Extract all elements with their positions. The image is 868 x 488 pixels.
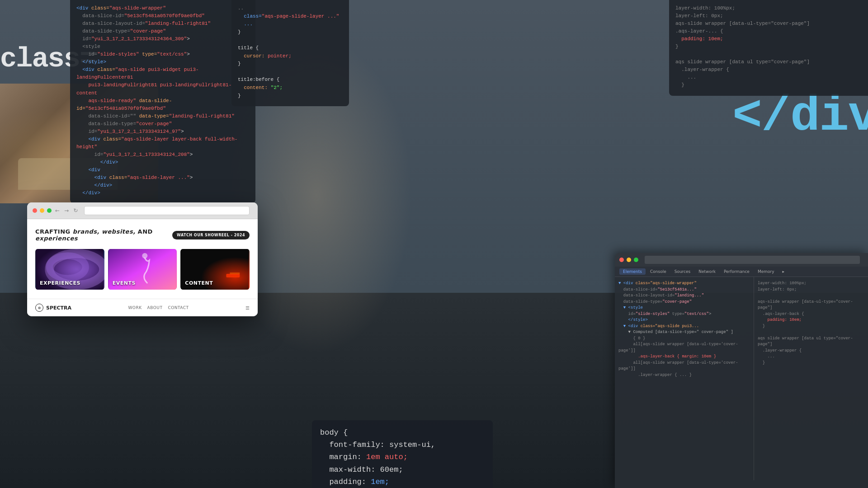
- url-bar[interactable]: [84, 206, 250, 215]
- code-content-tc: .. class="aqs-page-slide-layer ..." ... …: [238, 5, 343, 100]
- devtools-maximize-dot[interactable]: [634, 258, 638, 262]
- reload-button[interactable]: ↻: [72, 207, 79, 214]
- code-panel-top-left: <div class="aqs-slide-wrapper" data-slic…: [70, 0, 255, 203]
- browser-hero: CRAFTING brands, websites, AND experienc…: [35, 228, 250, 242]
- footer-logo: ⊙ SPECTRA: [35, 304, 71, 312]
- code-panel-top-center: .. class="aqs-page-slide-layer ..." ... …: [231, 0, 349, 106]
- devtools-close-dot[interactable]: [619, 258, 624, 262]
- card-content-label: CONTENT: [185, 280, 213, 286]
- svg-point-5: [142, 253, 147, 258]
- code-content-tl: <div class="aqs-slide-wrapper" data-slic…: [76, 5, 249, 197]
- svg-point-3: [49, 256, 85, 278]
- code-panel-top-right: layer-width: 100%px; layer-left: 0px; aq…: [669, 0, 868, 96]
- devtools-panel: Elements Console Sources Network Perform…: [615, 253, 868, 488]
- browser-cards-container: EXPERIENCES: [35, 249, 250, 290]
- css-line-2: font-family: system-ui,: [320, 439, 485, 451]
- devtools-body: ▼ <div class="aqs-slide-wrapper" data-sl…: [615, 277, 868, 480]
- footer-nav-contact[interactable]: CONTACT: [168, 305, 189, 310]
- footer-nav-about[interactable]: ABOUT: [147, 305, 163, 310]
- browser-toolbar: ← → ↻: [27, 202, 258, 219]
- footer-logo-text: SPECTRA: [46, 305, 71, 311]
- devtools-topbar: [615, 253, 868, 267]
- forward-button[interactable]: →: [63, 207, 70, 214]
- devtools-tab-elements[interactable]: Elements: [619, 268, 646, 275]
- code-content-tr: layer-width: 100%px; layer-left: 0px; aq…: [675, 5, 862, 89]
- devtools-tab-sources[interactable]: Sources: [671, 268, 694, 275]
- devtools-tab-console[interactable]: Console: [646, 268, 670, 275]
- browser-mockup-main: ← → ↻ CRAFTING brands, websites, AND exp…: [27, 202, 258, 316]
- hero-text: CRAFTING brands, websites, AND experienc…: [35, 228, 172, 242]
- devtools-minimize-dot[interactable]: [627, 258, 631, 262]
- footer-logo-icon: ⊙: [35, 304, 43, 312]
- devtools-tab-network[interactable]: Network: [695, 268, 719, 275]
- css-line-3: margin: 1em auto;: [320, 451, 485, 463]
- devtools-dom-panel: ▼ <div class="aqs-slide-wrapper" data-sl…: [615, 277, 754, 480]
- footer-nav-work[interactable]: WORK: [128, 305, 142, 310]
- devtools-url-bar[interactable]: [645, 256, 860, 264]
- card-experiences[interactable]: EXPERIENCES: [35, 249, 104, 290]
- watch-showreel-button[interactable]: WATCH OUR SHOWREEL - 2024: [172, 231, 250, 239]
- card-content[interactable]: CONTENT: [180, 249, 250, 290]
- devtools-tab-more[interactable]: ▸: [779, 268, 788, 275]
- card-events[interactable]: EVENTS: [108, 249, 177, 290]
- browser-minimize-dot[interactable]: [40, 208, 44, 213]
- card-experiences-label: EXPERIENCES: [40, 280, 80, 286]
- browser-maximize-dot[interactable]: [47, 208, 52, 213]
- svg-rect-8: [230, 272, 240, 274]
- svg-rect-7: [226, 274, 240, 277]
- card-events-label: EVENTS: [113, 280, 136, 286]
- browser-body: CRAFTING brands, websites, AND experienc…: [27, 219, 258, 299]
- devtools-styles-panel: layer-width: 100%px; layer-left: 0px; aq…: [754, 277, 868, 480]
- devtools-tab-memory[interactable]: Memory: [754, 268, 778, 275]
- browser-close-dot[interactable]: [33, 208, 37, 213]
- back-button[interactable]: ←: [54, 207, 61, 214]
- footer-menu-icon[interactable]: ☰: [245, 305, 250, 310]
- css-line-1: body {: [320, 427, 485, 439]
- devtools-tabs: Elements Console Sources Network Perform…: [615, 267, 868, 277]
- browser-footer: ⊙ SPECTRA WORK ABOUT CONTACT ☰: [27, 299, 258, 316]
- footer-nav: WORK ABOUT CONTACT: [128, 305, 189, 310]
- css-code-display: body { font-family: system-ui, margin: 1…: [312, 420, 493, 488]
- div-closing-tag-display: </div: [732, 88, 868, 145]
- css-line-4: max-width: 60em;: [320, 464, 485, 476]
- devtools-tab-performance[interactable]: Performance: [720, 268, 753, 275]
- css-line-5: padding: 1em;: [320, 476, 485, 488]
